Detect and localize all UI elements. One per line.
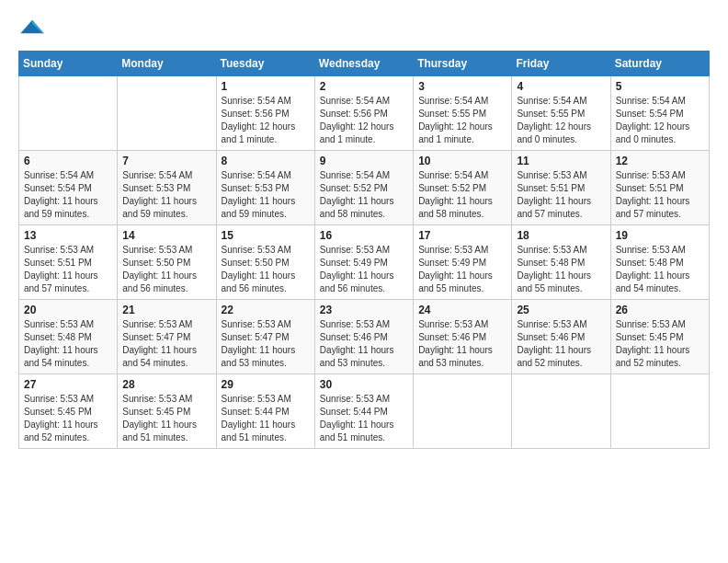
day-info: Sunrise: 5:53 AM Sunset: 5:48 PM Dayligh… [517,244,605,295]
column-header-sunday: Sunday [19,52,118,76]
day-info: Sunrise: 5:53 AM Sunset: 5:48 PM Dayligh… [24,318,112,370]
day-info: Sunrise: 5:53 AM Sunset: 5:47 PM Dayligh… [222,318,310,370]
day-number: 30 [320,378,408,391]
day-number: 12 [616,155,704,167]
column-header-wednesday: Wednesday [314,52,413,76]
calendar-table: SundayMondayTuesdayWednesdayThursdayFrid… [18,51,710,449]
day-number: 16 [320,229,408,242]
day-number: 3 [418,80,506,93]
calendar-cell: 8Sunrise: 5:54 AM Sunset: 5:53 PM Daylig… [216,151,314,225]
day-number: 5 [616,80,704,93]
day-info: Sunrise: 5:54 AM Sunset: 5:53 PM Dayligh… [222,169,310,221]
calendar-cell: 9Sunrise: 5:54 AM Sunset: 5:52 PM Daylig… [314,151,413,225]
calendar-week-row: 1Sunrise: 5:54 AM Sunset: 5:56 PM Daylig… [19,76,710,151]
day-info: Sunrise: 5:54 AM Sunset: 5:54 PM Dayligh… [616,95,704,146]
logo-text [18,18,46,41]
column-header-saturday: Saturday [610,52,709,76]
day-number: 25 [517,304,605,316]
day-info: Sunrise: 5:54 AM Sunset: 5:54 PM Dayligh… [24,169,112,221]
day-info: Sunrise: 5:54 AM Sunset: 5:53 PM Dayligh… [122,169,210,221]
day-number: 2 [320,80,408,93]
day-info: Sunrise: 5:53 AM Sunset: 5:46 PM Dayligh… [517,318,605,370]
day-info: Sunrise: 5:53 AM Sunset: 5:48 PM Dayligh… [616,244,704,295]
day-number: 18 [517,229,605,242]
day-number: 17 [418,229,506,242]
calendar-cell [414,374,512,449]
day-info: Sunrise: 5:53 AM Sunset: 5:46 PM Dayligh… [320,318,408,370]
day-number: 29 [222,378,310,391]
day-info: Sunrise: 5:53 AM Sunset: 5:45 PM Dayligh… [24,393,112,444]
day-number: 21 [122,304,210,316]
day-number: 13 [24,229,112,242]
day-number: 7 [122,155,210,167]
day-number: 8 [222,155,310,167]
calendar-cell: 3Sunrise: 5:54 AM Sunset: 5:55 PM Daylig… [414,76,512,151]
day-info: Sunrise: 5:54 AM Sunset: 5:56 PM Dayligh… [320,95,408,146]
calendar-cell: 24Sunrise: 5:53 AM Sunset: 5:46 PM Dayli… [414,300,512,374]
day-number: 1 [222,80,310,93]
calendar-header-row: SundayMondayTuesdayWednesdayThursdayFrid… [19,52,710,76]
calendar-cell: 18Sunrise: 5:53 AM Sunset: 5:48 PM Dayli… [512,225,610,300]
column-header-tuesday: Tuesday [216,52,314,76]
day-number: 11 [517,155,605,167]
calendar-cell [19,76,118,151]
calendar-cell: 22Sunrise: 5:53 AM Sunset: 5:47 PM Dayli… [216,300,314,374]
calendar-cell: 25Sunrise: 5:53 AM Sunset: 5:46 PM Dayli… [512,300,610,374]
calendar-week-row: 6Sunrise: 5:54 AM Sunset: 5:54 PM Daylig… [19,151,710,225]
day-number: 23 [320,304,408,316]
day-number: 6 [24,155,112,167]
day-info: Sunrise: 5:53 AM Sunset: 5:46 PM Dayligh… [418,318,506,370]
calendar-week-row: 13Sunrise: 5:53 AM Sunset: 5:51 PM Dayli… [19,225,710,300]
day-info: Sunrise: 5:54 AM Sunset: 5:52 PM Dayligh… [418,169,506,221]
calendar-cell: 21Sunrise: 5:53 AM Sunset: 5:47 PM Dayli… [118,300,216,374]
calendar-cell: 19Sunrise: 5:53 AM Sunset: 5:48 PM Dayli… [610,225,709,300]
calendar-cell: 14Sunrise: 5:53 AM Sunset: 5:50 PM Dayli… [118,225,216,300]
calendar-cell: 27Sunrise: 5:53 AM Sunset: 5:45 PM Dayli… [19,374,118,449]
day-info: Sunrise: 5:54 AM Sunset: 5:55 PM Dayligh… [418,95,506,146]
day-info: Sunrise: 5:54 AM Sunset: 5:52 PM Dayligh… [320,169,408,221]
day-info: Sunrise: 5:54 AM Sunset: 5:56 PM Dayligh… [222,95,310,146]
day-info: Sunrise: 5:53 AM Sunset: 5:44 PM Dayligh… [320,393,408,444]
day-number: 27 [24,378,112,391]
calendar-week-row: 27Sunrise: 5:53 AM Sunset: 5:45 PM Dayli… [19,374,710,449]
calendar-cell: 5Sunrise: 5:54 AM Sunset: 5:54 PM Daylig… [610,76,709,151]
calendar-cell: 13Sunrise: 5:53 AM Sunset: 5:51 PM Dayli… [19,225,118,300]
day-info: Sunrise: 5:53 AM Sunset: 5:49 PM Dayligh… [320,244,408,295]
logo [18,18,46,41]
day-number: 26 [616,304,704,316]
day-info: Sunrise: 5:53 AM Sunset: 5:44 PM Dayligh… [222,393,310,444]
column-header-monday: Monday [118,52,216,76]
calendar-cell: 15Sunrise: 5:53 AM Sunset: 5:50 PM Dayli… [216,225,314,300]
calendar-cell: 28Sunrise: 5:53 AM Sunset: 5:45 PM Dayli… [118,374,216,449]
logo-icon [20,18,46,37]
calendar-cell: 16Sunrise: 5:53 AM Sunset: 5:49 PM Dayli… [314,225,413,300]
day-info: Sunrise: 5:53 AM Sunset: 5:51 PM Dayligh… [616,169,704,221]
day-number: 22 [222,304,310,316]
day-info: Sunrise: 5:53 AM Sunset: 5:50 PM Dayligh… [222,244,310,295]
day-info: Sunrise: 5:53 AM Sunset: 5:45 PM Dayligh… [122,393,210,444]
calendar-cell: 17Sunrise: 5:53 AM Sunset: 5:49 PM Dayli… [414,225,512,300]
calendar-cell: 20Sunrise: 5:53 AM Sunset: 5:48 PM Dayli… [19,300,118,374]
calendar-cell: 26Sunrise: 5:53 AM Sunset: 5:45 PM Dayli… [610,300,709,374]
day-info: Sunrise: 5:54 AM Sunset: 5:55 PM Dayligh… [517,95,605,146]
calendar-cell: 12Sunrise: 5:53 AM Sunset: 5:51 PM Dayli… [610,151,709,225]
calendar-cell: 23Sunrise: 5:53 AM Sunset: 5:46 PM Dayli… [314,300,413,374]
day-info: Sunrise: 5:53 AM Sunset: 5:51 PM Dayligh… [24,244,112,295]
column-header-thursday: Thursday [414,52,512,76]
day-number: 4 [517,80,605,93]
day-number: 24 [418,304,506,316]
calendar-cell: 10Sunrise: 5:54 AM Sunset: 5:52 PM Dayli… [414,151,512,225]
day-info: Sunrise: 5:53 AM Sunset: 5:45 PM Dayligh… [616,318,704,370]
calendar-cell: 11Sunrise: 5:53 AM Sunset: 5:51 PM Dayli… [512,151,610,225]
column-header-friday: Friday [512,52,610,76]
day-info: Sunrise: 5:53 AM Sunset: 5:51 PM Dayligh… [517,169,605,221]
calendar-cell [118,76,216,151]
page-header [18,18,710,41]
day-info: Sunrise: 5:53 AM Sunset: 5:49 PM Dayligh… [418,244,506,295]
calendar-cell: 6Sunrise: 5:54 AM Sunset: 5:54 PM Daylig… [19,151,118,225]
calendar-week-row: 20Sunrise: 5:53 AM Sunset: 5:48 PM Dayli… [19,300,710,374]
calendar-cell: 30Sunrise: 5:53 AM Sunset: 5:44 PM Dayli… [314,374,413,449]
day-number: 15 [222,229,310,242]
day-number: 20 [24,304,112,316]
calendar-cell: 4Sunrise: 5:54 AM Sunset: 5:55 PM Daylig… [512,76,610,151]
